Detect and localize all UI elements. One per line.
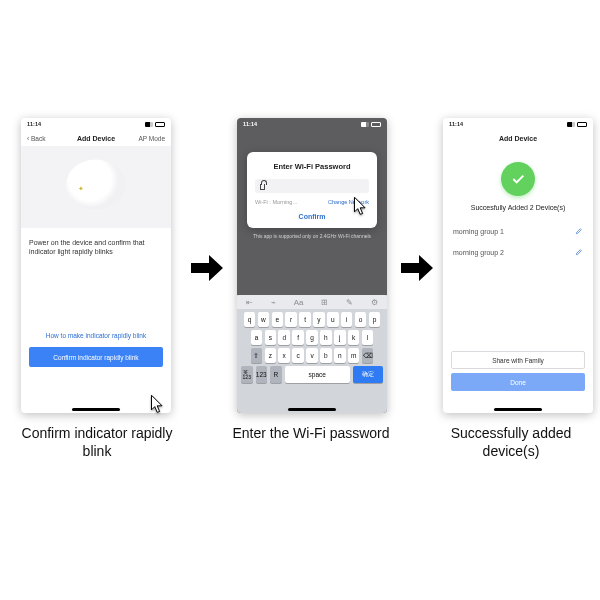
key-space[interactable]: space xyxy=(285,366,351,383)
home-indicator xyxy=(494,408,542,411)
key-t[interactable]: t xyxy=(299,312,311,327)
status-icons xyxy=(145,122,165,127)
success-check-icon xyxy=(501,162,535,196)
device-row: morning group 1 xyxy=(443,221,593,242)
key-k[interactable]: k xyxy=(348,330,360,345)
signal-icon xyxy=(145,122,153,127)
key-⌫[interactable]: ⌫ xyxy=(362,348,374,363)
caption-step3: Successfully added device(s) xyxy=(426,425,596,460)
key-s[interactable]: s xyxy=(265,330,277,345)
wifi-hint: This app is supported only on 2.4GHz Wi-… xyxy=(249,233,375,239)
lock-icon xyxy=(260,184,265,190)
status-bar: 11:14 xyxy=(443,118,593,130)
status-bar: 11:14 xyxy=(21,118,171,130)
key-j[interactable]: j xyxy=(334,330,346,345)
key-e[interactable]: e xyxy=(272,312,284,327)
modal-title: Enter Wi-Fi Password xyxy=(255,162,369,171)
key-b[interactable]: b xyxy=(320,348,332,363)
page-title: Add Device xyxy=(443,135,593,142)
key-z[interactable]: z xyxy=(265,348,277,363)
status-icons xyxy=(567,122,587,127)
key-R[interactable]: R xyxy=(270,366,282,383)
device-animation: ✦ xyxy=(21,146,171,228)
back-button[interactable]: ‹ Back xyxy=(27,135,45,142)
key-o[interactable]: o xyxy=(355,312,367,327)
key-u[interactable]: u xyxy=(327,312,339,327)
edit-icon[interactable] xyxy=(575,227,583,236)
arrow-icon xyxy=(189,250,225,286)
key-x[interactable]: x xyxy=(278,348,290,363)
key-h[interactable]: h xyxy=(320,330,332,345)
key-m[interactable]: m xyxy=(348,348,360,363)
home-indicator xyxy=(72,408,120,411)
key-n[interactable]: n xyxy=(334,348,346,363)
keyboard-row4: 英123123Rspace确定 xyxy=(240,366,384,383)
key-w[interactable]: w xyxy=(258,312,270,327)
nav-bar: ‹ Back Add Device AP Mode xyxy=(21,130,171,146)
status-time: 11:14 xyxy=(243,121,257,127)
arrow-icon xyxy=(399,250,435,286)
key-p[interactable]: p xyxy=(369,312,381,327)
key-l[interactable]: l xyxy=(362,330,374,345)
keyboard: ⇤⌁Aa⊞✎⚙ qwertyuiop asdfghjkl ⇧zxcvbnm⌫ 英… xyxy=(237,295,387,413)
key-f[interactable]: f xyxy=(292,330,304,345)
instruction-text: Power on the device and confirm that ind… xyxy=(21,228,171,260)
status-bar: 11:14 xyxy=(237,118,387,130)
key-a[interactable]: a xyxy=(251,330,263,345)
key-123[interactable]: 123 xyxy=(256,366,268,383)
keyboard-row1: qwertyuiop xyxy=(240,312,384,327)
key-q[interactable]: q xyxy=(244,312,256,327)
done-button[interactable]: Done xyxy=(451,373,585,391)
status-time: 11:14 xyxy=(27,121,41,127)
status-icons xyxy=(361,122,381,127)
key-c[interactable]: c xyxy=(292,348,304,363)
device-name: morning group 1 xyxy=(453,228,504,235)
password-input[interactable] xyxy=(255,179,369,193)
nav-bar: Add Device xyxy=(443,130,593,146)
edit-icon[interactable] xyxy=(575,248,583,257)
key-fn[interactable]: 英123 xyxy=(241,366,253,383)
status-time: 11:14 xyxy=(449,121,463,127)
keyboard-row2: asdfghjkl xyxy=(240,330,384,345)
key-r[interactable]: r xyxy=(285,312,297,327)
caption-step2: Enter the Wi-Fi password xyxy=(226,425,396,443)
help-link[interactable]: How to make indicator rapidly blink xyxy=(21,332,171,339)
key-d[interactable]: d xyxy=(278,330,290,345)
device-row: morning group 2 xyxy=(443,242,593,263)
keyboard-row3: ⇧zxcvbnm⌫ xyxy=(240,348,384,363)
device-name: morning group 2 xyxy=(453,249,504,256)
share-button[interactable]: Share with Family xyxy=(451,351,585,369)
key-i[interactable]: i xyxy=(341,312,353,327)
key-⇧[interactable]: ⇧ xyxy=(251,348,263,363)
key-y[interactable]: y xyxy=(313,312,325,327)
keyboard-toolbar: ⇤⌁Aa⊞✎⚙ xyxy=(237,295,387,309)
success-message: Succesfully Added 2 Device(s) xyxy=(443,204,593,211)
phone-wifi-password: 11:14 Enter Wi-Fi Password Wi-Fi : Morni… xyxy=(237,118,387,413)
key-确定[interactable]: 确定 xyxy=(353,366,383,383)
phone-success: 11:14 Add Device Succesfully Added 2 Dev… xyxy=(443,118,593,413)
home-indicator xyxy=(288,408,336,411)
blink-icon: ✦ xyxy=(78,185,84,193)
key-v[interactable]: v xyxy=(306,348,318,363)
ap-mode-link[interactable]: AP Mode xyxy=(138,135,165,142)
caption-step1: Confirm indicator rapidly blink xyxy=(12,425,182,460)
phone-confirm-indicator: 11:14 ‹ Back Add Device AP Mode ✦ Power … xyxy=(21,118,171,413)
cursor-icon xyxy=(145,392,171,418)
confirm-blink-button[interactable]: Confirm indicator rapidly blink xyxy=(29,347,163,367)
key-g[interactable]: g xyxy=(306,330,318,345)
cursor-icon xyxy=(348,194,374,220)
battery-icon xyxy=(155,122,165,127)
back-label: Back xyxy=(31,135,45,142)
network-name: Wi-Fi : Morning… xyxy=(255,199,328,205)
